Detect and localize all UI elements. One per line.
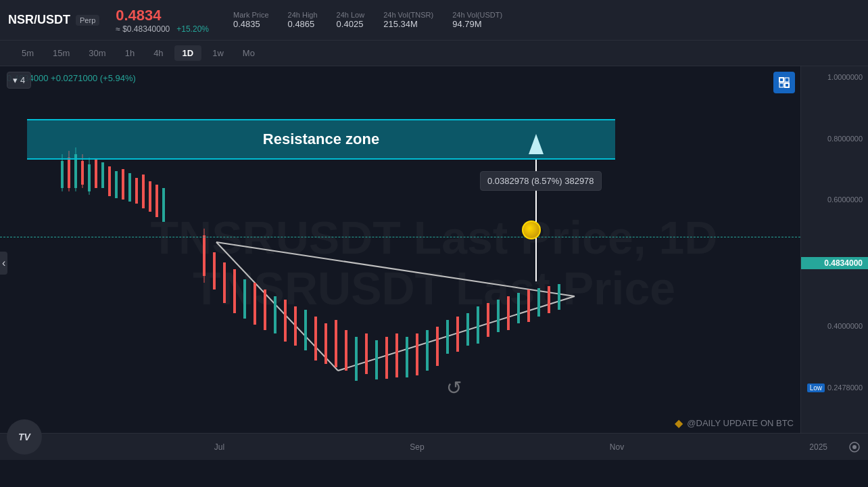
svg-rect-54: [487, 303, 489, 337]
svg-rect-43: [375, 340, 378, 379]
date-2025: 2025: [809, 442, 827, 452]
low-value: 0.2478000: [827, 384, 863, 392]
svg-rect-16: [108, 166, 111, 196]
tf-1w[interactable]: 1w: [204, 45, 232, 61]
vol-usdt-label: 24h Vol(USDT): [452, 11, 502, 19]
current-price-tick: 0.4834000: [801, 257, 868, 269]
svg-rect-45: [395, 333, 398, 377]
current-price: 0.4834: [116, 7, 209, 24]
attribution: ◆ @DAILY UPDATE ON BTC: [675, 417, 794, 430]
sidebar-arrow[interactable]: ‹: [0, 252, 7, 275]
svg-rect-19: [128, 173, 131, 202]
collapse-button[interactable]: ▾ 4: [7, 72, 31, 89]
svg-rect-20: [135, 178, 138, 204]
svg-rect-42: [365, 333, 368, 374]
svg-rect-58: [527, 289, 530, 322]
tf-4h[interactable]: 4h: [145, 45, 171, 61]
stat-24h-low: 24h Low 0.4025: [337, 11, 365, 29]
tf-5m[interactable]: 5m: [14, 45, 42, 61]
svg-rect-34: [284, 300, 287, 342]
svg-rect-59: [537, 288, 540, 317]
svg-rect-17: [115, 171, 118, 198]
svg-rect-2: [779, 83, 783, 87]
svg-rect-21: [142, 175, 145, 208]
svg-rect-31: [254, 283, 256, 325]
svg-rect-23: [155, 185, 158, 217]
svg-rect-15: [101, 162, 104, 188]
stat-mark-price: Mark Price 0.4835: [233, 11, 269, 29]
price-tick-low: Low 0.2478000: [801, 384, 868, 392]
symbol-name: NSR/USDT: [8, 13, 70, 27]
settings-button[interactable]: [841, 434, 868, 461]
svg-rect-44: [385, 337, 388, 379]
usd-price: ≈ $0.48340000: [116, 24, 170, 34]
svg-rect-33: [274, 296, 276, 333]
tf-mo[interactable]: Mo: [235, 45, 263, 61]
resistance-label: Resistance zone: [263, 131, 379, 148]
svg-rect-40: [345, 330, 347, 371]
svg-rect-52: [466, 313, 469, 346]
circle-marker: [522, 221, 541, 239]
svg-rect-3: [785, 78, 789, 82]
arrow-tooltip: 0.0382978 (8.57%) 382978: [480, 171, 602, 191]
stat-24h-high: 24h High 0.4865: [288, 11, 318, 29]
svg-rect-37: [314, 317, 317, 361]
expand-icon: [778, 76, 790, 89]
symbol-block: NSR/USDT Perp: [8, 13, 99, 27]
low-value: 0.4025: [337, 19, 365, 29]
triangle-upper-line: [216, 242, 575, 296]
perp-badge: Perp: [76, 15, 99, 26]
low-label: 24h Low: [337, 11, 365, 19]
high-label: 24h High: [288, 11, 318, 19]
change-pct: +15.20%: [176, 24, 209, 34]
attribution-text: @DAILY UPDATE ON BTC: [687, 418, 794, 428]
tradingview-logo: TV: [7, 419, 42, 455]
svg-rect-22: [149, 181, 151, 212]
svg-rect-24: [162, 188, 165, 222]
vol-tnsr-label: 24h Vol(TNSR): [383, 11, 433, 19]
svg-rect-39: [335, 320, 337, 367]
high-value: 0.4865: [288, 19, 318, 29]
settings-icon: [848, 441, 861, 453]
svg-rect-18: [122, 169, 124, 200]
mark-price-label: Mark Price: [233, 11, 269, 19]
mark-price-value: 0.4835: [233, 19, 269, 29]
tooltip-box: 0.0382978 (8.57%) 382978: [480, 171, 602, 191]
collapse-icon: ▾: [13, 75, 18, 85]
svg-rect-36: [304, 310, 307, 350]
svg-rect-28: [223, 262, 226, 303]
price-block: 0.4834 ≈ $0.48340000 +15.20%: [116, 7, 209, 34]
svg-rect-55: [497, 300, 500, 332]
rotation-icon: ↺: [446, 377, 462, 399]
svg-rect-49: [436, 327, 439, 366]
svg-rect-14: [95, 160, 97, 188]
svg-rect-38: [324, 323, 327, 364]
svg-rect-46: [406, 337, 408, 377]
tooltip-text: 0.0382978 (8.57%) 382978: [487, 176, 594, 186]
price-tick-04: 0.4000000: [801, 322, 868, 330]
svg-rect-35: [294, 306, 297, 346]
stats-block: Mark Price 0.4835 24h High 0.4865 24h Lo…: [233, 11, 860, 29]
price-tick-08: 0.8000000: [801, 135, 868, 143]
expand-button[interactable]: [773, 72, 795, 93]
svg-rect-56: [507, 296, 510, 330]
current-price-line: [0, 237, 800, 237]
svg-rect-29: [233, 269, 236, 313]
price-tick-06: 0.6000000: [801, 195, 868, 204]
svg-rect-50: [446, 320, 449, 354]
price-scale: 1.0000000 0.8000000 0.6000000 0.4834000 …: [800, 66, 868, 460]
timeframe-bar: 5m 15m 30m 1h 4h 1D 1w Mo: [0, 41, 868, 66]
low-badge: Low: [807, 384, 825, 392]
svg-rect-47: [416, 333, 418, 375]
svg-rect-0: [779, 78, 783, 82]
svg-rect-48: [426, 330, 429, 371]
tf-1h[interactable]: 1h: [117, 45, 143, 61]
svg-rect-51: [456, 317, 459, 352]
svg-rect-1: [785, 83, 789, 87]
tf-30m[interactable]: 30m: [80, 45, 114, 61]
svg-rect-61: [558, 284, 560, 310]
tf-1d[interactable]: 1D: [174, 45, 202, 61]
resistance-zone: Resistance zone: [27, 119, 615, 160]
svg-rect-32: [264, 289, 266, 330]
tf-15m[interactable]: 15m: [45, 45, 78, 61]
